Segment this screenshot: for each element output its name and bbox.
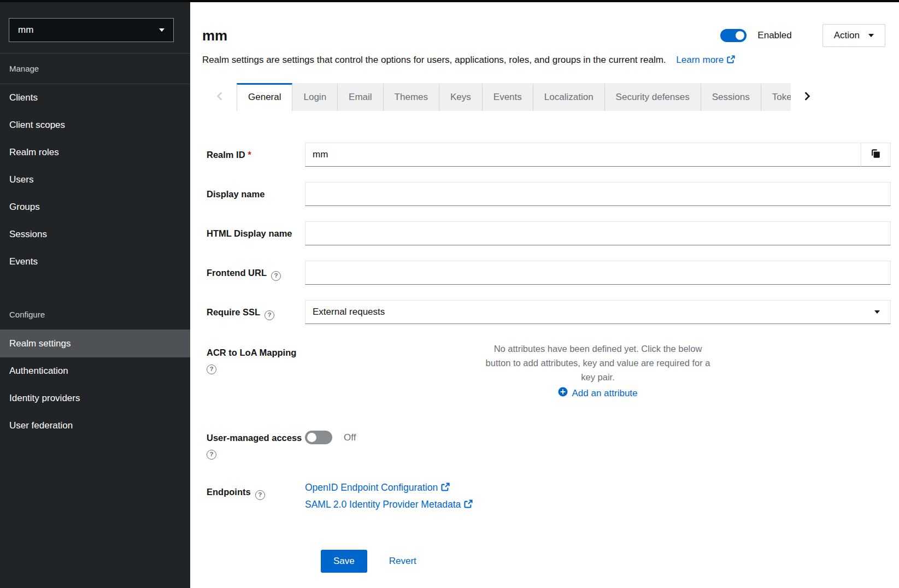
user-managed-access-state: Off	[344, 432, 356, 443]
add-attribute-button[interactable]: Add an attribute	[558, 387, 637, 399]
realm-selector-value: mm	[18, 25, 33, 36]
tabs-scroll-left-button[interactable]	[209, 83, 231, 111]
sidebar-item-sessions[interactable]: Sessions	[0, 221, 190, 248]
tabs-viewport: General Login Email Themes Keys Events L…	[237, 83, 791, 111]
sidebar-item-events[interactable]: Events	[0, 248, 190, 275]
openid-endpoint-configuration-link[interactable]: OpenID Endpoint Configuration	[305, 480, 891, 497]
field-row-endpoints: Endpoints? OpenID Endpoint Configuration…	[207, 480, 891, 514]
help-icon[interactable]: ?	[207, 450, 216, 460]
tab-events[interactable]: Events	[483, 83, 533, 111]
field-row-user-managed-access: User-managed access ? Off	[207, 426, 891, 460]
learn-more-link[interactable]: Learn more	[676, 55, 735, 65]
copy-icon	[871, 149, 881, 161]
tab-login[interactable]: Login	[292, 83, 338, 111]
enabled-label: Enabled	[757, 30, 791, 41]
nav-section-configure: Configure	[0, 303, 190, 330]
copy-to-clipboard-button[interactable]	[861, 143, 891, 167]
keycloak-admin-console: mm Manage Clients Client scopes Realm ro…	[0, 0, 899, 588]
saml-idp-metadata-link[interactable]: SAML 2.0 Identity Provider Metadata	[305, 497, 891, 514]
tab-themes[interactable]: Themes	[384, 83, 439, 111]
realm-id-label: Realm ID	[207, 150, 245, 160]
save-button[interactable]: Save	[321, 550, 367, 573]
required-indicator: *	[248, 150, 251, 160]
help-icon[interactable]: ?	[271, 271, 281, 281]
page-header: mm Enabled Action Realm settings are set…	[190, 2, 899, 68]
action-label: Action	[834, 30, 860, 41]
toggle-knob	[307, 433, 316, 442]
field-row-require-ssl: Require SSL? External requests	[207, 300, 891, 324]
sidebar-item-groups[interactable]: Groups	[0, 193, 190, 221]
sidebar-item-user-federation[interactable]: User federation	[0, 412, 190, 439]
tabs-scroll-right-button[interactable]	[797, 83, 817, 111]
tab-tokens[interactable]: Tokens	[761, 83, 791, 111]
help-icon[interactable]: ?	[207, 364, 216, 374]
require-ssl-label: Require SSL	[207, 307, 260, 317]
external-link-icon	[440, 481, 450, 497]
chevron-down-icon	[868, 34, 874, 37]
require-ssl-select[interactable]: External requests	[305, 300, 891, 324]
realm-selector-dropdown[interactable]: mm	[9, 18, 174, 42]
acr-to-loa-label: ACR to LoA Mapping	[207, 348, 296, 357]
field-row-html-display-name: HTML Display name	[207, 221, 891, 245]
sidebar-item-authentication[interactable]: Authentication	[0, 357, 190, 385]
endpoints-label: Endpoints	[207, 487, 251, 497]
realm-enabled-toggle[interactable]	[720, 29, 747, 42]
page-subtitle-row: Realm settings are settings that control…	[202, 54, 885, 68]
display-name-label: Display name	[207, 189, 265, 199]
main-content: mm Enabled Action Realm settings are set…	[190, 2, 899, 588]
header-controls: Enabled Action	[720, 24, 885, 47]
field-row-display-name: Display name	[207, 182, 891, 206]
frontend-url-input[interactable]	[305, 261, 891, 285]
sidebar-item-client-scopes[interactable]: Client scopes	[0, 111, 190, 139]
general-settings-form: Realm ID* Display name	[190, 111, 899, 573]
field-row-frontend-url: Frontend URL?	[207, 261, 891, 285]
nav-gap	[0, 275, 190, 303]
sidebar-item-realm-roles[interactable]: Realm roles	[0, 139, 190, 166]
tab-security-defenses[interactable]: Security defenses	[605, 83, 701, 111]
field-row-realm-id: Realm ID*	[207, 143, 891, 167]
plus-circle-icon	[558, 387, 568, 399]
frontend-url-label: Frontend URL	[207, 268, 267, 278]
tab-localization[interactable]: Localization	[533, 83, 605, 111]
acr-empty-state-text: key pair.	[305, 370, 891, 384]
acr-empty-state-text: button to add attributes, key and value …	[305, 356, 891, 370]
help-icon[interactable]: ?	[265, 310, 274, 320]
revert-button[interactable]: Revert	[389, 556, 416, 567]
sidebar-item-identity-providers[interactable]: Identity providers	[0, 385, 190, 412]
sidebar-item-users[interactable]: Users	[0, 166, 190, 193]
tab-email[interactable]: Email	[338, 83, 384, 111]
acr-empty-state-text: No attributes have been defined yet. Cli…	[305, 342, 891, 356]
form-action-group: Save Revert	[321, 550, 891, 573]
chevron-down-icon	[159, 28, 164, 32]
require-ssl-selected-option: External requests	[313, 307, 385, 317]
realm-id-input[interactable]	[305, 143, 861, 167]
sidebar-nav: mm Manage Clients Client scopes Realm ro…	[0, 2, 190, 588]
page-subtitle: Realm settings are settings that control…	[202, 55, 666, 65]
html-display-name-label: HTML Display name	[207, 228, 292, 238]
html-display-name-input[interactable]	[305, 221, 891, 245]
chevron-down-icon	[874, 310, 880, 314]
chevron-right-icon	[803, 91, 811, 103]
user-managed-access-toggle[interactable]	[305, 431, 332, 444]
user-managed-access-label: User-managed access	[207, 433, 302, 443]
acr-empty-state: No attributes have been defined yet. Cli…	[305, 340, 891, 399]
tab-sessions[interactable]: Sessions	[701, 83, 761, 111]
external-link-icon	[463, 498, 473, 514]
chevron-left-icon	[216, 91, 224, 103]
toggle-knob	[736, 31, 744, 40]
action-dropdown-button[interactable]: Action	[822, 24, 885, 47]
sidebar-item-realm-settings[interactable]: Realm settings	[0, 330, 190, 357]
realm-settings-tabs: General Login Email Themes Keys Events L…	[190, 83, 899, 111]
help-icon[interactable]: ?	[255, 490, 265, 500]
external-link-icon	[726, 55, 735, 68]
tab-general[interactable]: General	[237, 83, 292, 111]
sidebar-item-clients[interactable]: Clients	[0, 84, 190, 111]
page-title: mm	[202, 27, 227, 44]
nav-section-manage: Manage	[0, 54, 190, 84]
field-row-acr-to-loa: ACR to LoA Mapping ? No attributes have …	[207, 340, 891, 399]
tab-keys[interactable]: Keys	[439, 83, 483, 111]
display-name-input[interactable]	[305, 182, 891, 206]
